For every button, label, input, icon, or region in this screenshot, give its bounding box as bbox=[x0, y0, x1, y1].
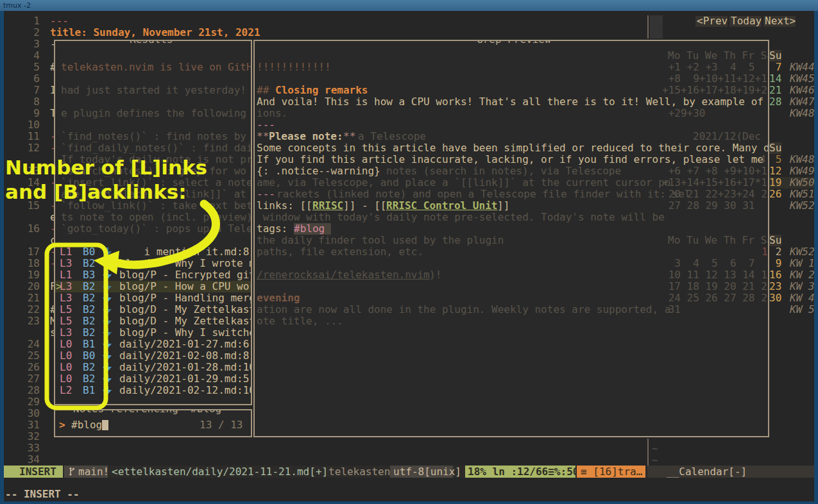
calendar-sunday-date[interactable]: 5 bbox=[769, 154, 781, 165]
tilde-empty-line: ~ bbox=[652, 443, 658, 455]
statusline-text: main! bbox=[78, 466, 109, 478]
preview-text: +13+14+15+16+17*18 bbox=[662, 177, 769, 189]
calendar-nav-label[interactable]: Today bbox=[731, 15, 762, 27]
calendar-week-number: KW52 bbox=[790, 246, 814, 258]
line-number: 29 bbox=[21, 396, 40, 408]
preview-text: If you find this article inaccurate, lac… bbox=[257, 154, 769, 165]
result-title: blog/P - How a CPU wor bbox=[119, 281, 252, 292]
calendar-sunday-date[interactable]: 16 bbox=[769, 269, 781, 281]
results-title: Results bbox=[126, 40, 176, 46]
statusline-text: <ettelkasten/daily/2021-11-21.md[+] bbox=[112, 466, 328, 478]
result-title: daily/2021-01-28.md:10 bbox=[119, 362, 252, 373]
calendar-sunday-date[interactable]: 12 bbox=[769, 165, 781, 177]
line-number: 13 bbox=[21, 165, 40, 177]
down-arrow-icon bbox=[103, 270, 112, 280]
calendar-sunday-date[interactable]: 23 bbox=[769, 281, 781, 292]
backlinks-count: B2 bbox=[83, 362, 95, 373]
line-number: 6 bbox=[21, 73, 40, 85]
backlinks-count: B2 bbox=[83, 327, 95, 339]
line-number: 1 bbox=[21, 15, 40, 27]
line-number: 11 bbox=[21, 131, 40, 142]
statusline-text: __Calendar[-] bbox=[667, 466, 747, 478]
line-number: 18 bbox=[21, 258, 40, 269]
line-number: 33 bbox=[21, 442, 40, 454]
links-count: L2 bbox=[60, 385, 72, 396]
backlinks-count: B2 bbox=[83, 258, 95, 269]
down-arrow-icon bbox=[103, 362, 112, 373]
links-count: L3 bbox=[60, 281, 72, 292]
links-count: L0 bbox=[60, 339, 72, 350]
line-number: 22 bbox=[21, 304, 40, 315]
git-branch-icon bbox=[68, 467, 76, 476]
calendar-week-number: KW 2 bbox=[790, 269, 814, 281]
preview-text: --- bbox=[257, 189, 275, 200]
buffer-bleed-text: `insert_link()` : select a note by bbox=[61, 177, 252, 189]
calendar-sunday-date[interactable]: 28 bbox=[769, 96, 781, 108]
result-title: blog/D - My Zettelkast bbox=[119, 315, 252, 327]
preview-text: ame, via Telescope, and place a `[[link]… bbox=[257, 177, 670, 189]
backlinks-count: B0 bbox=[83, 350, 95, 362]
backlinks-count: B2 bbox=[83, 304, 95, 315]
calendar-sunday-header[interactable]: Su bbox=[769, 142, 781, 154]
prompt-caret: > bbox=[59, 419, 65, 431]
calendar-week-number: KW45 bbox=[790, 73, 814, 85]
result-title: i mention it.md:8: bbox=[119, 246, 252, 258]
prompt-title: Notes referencing `#blog` bbox=[69, 409, 232, 415]
calendar-sunday-date[interactable]: 30 bbox=[769, 292, 781, 304]
calendar-week-number: KW49 bbox=[790, 165, 814, 177]
preview-text: the daily finder tool used by the plugin bbox=[257, 235, 504, 246]
calendar-sunday-date[interactable]: 7 bbox=[769, 62, 781, 73]
links-count: L0 bbox=[60, 350, 72, 362]
backlinks-count: B2 bbox=[83, 292, 95, 304]
statusline-text: INSERT bbox=[19, 466, 56, 478]
line-number: 2 bbox=[21, 27, 40, 38]
preview-text: And voila! This is how a CPU works! That… bbox=[257, 96, 769, 108]
preview-text: ## bbox=[257, 85, 269, 96]
result-count: 13 / 13 bbox=[200, 419, 243, 431]
preview-text: 1 bbox=[762, 246, 768, 258]
calendar-sunday-date[interactable]: 26 bbox=[769, 189, 781, 200]
calendar-nav-label[interactable]: <Prev bbox=[697, 15, 728, 27]
note-link[interactable]: RRISC Control Unit bbox=[386, 200, 497, 212]
calendar-sunday-date[interactable]: 21 bbox=[769, 85, 781, 96]
preview-text: ation are now all done in the plugin. We… bbox=[257, 304, 670, 315]
links-count: L3 bbox=[60, 258, 72, 269]
preview-text: a Telescope bbox=[358, 131, 426, 142]
calendar-week-number: KW47 bbox=[790, 96, 814, 108]
calendar-sunday-header[interactable]: Su bbox=[769, 235, 781, 246]
search-input[interactable]: #blog bbox=[71, 419, 102, 431]
preview-text: 24 25 26 27 28 29 bbox=[662, 292, 769, 304]
calendar-week-number: KW46 bbox=[790, 85, 814, 96]
backlinks-count: B3 bbox=[83, 269, 95, 281]
line-number: 17 bbox=[21, 246, 40, 258]
note-link[interactable]: RRISC bbox=[312, 200, 343, 212]
buffer-bleed-text: `goto_today()` : pops up a Telesco bbox=[61, 223, 252, 235]
buffer-text: --- bbox=[50, 15, 69, 27]
calendar-sunday-date[interactable]: 19 bbox=[769, 177, 781, 189]
down-arrow-icon bbox=[103, 247, 112, 257]
calendar-sunday-date[interactable]: 14 bbox=[769, 73, 781, 85]
statusline-segment: __Calendar[-] bbox=[647, 466, 814, 478]
preview-text: +8 9+10+11+12+13 bbox=[662, 73, 769, 85]
window-title: tmux -2 bbox=[3, 1, 31, 10]
window-separator-bottom bbox=[647, 439, 649, 466]
calendar-sunday-date[interactable]: 9 bbox=[769, 258, 781, 269]
links-count: L0 bbox=[60, 373, 72, 385]
preview-text: )! bbox=[429, 269, 441, 281]
calendar-sunday-header[interactable]: Su bbox=[769, 50, 781, 62]
result-title: daily/2021-02-12.md:10 bbox=[119, 385, 252, 396]
preview-text: +1 +2 +3 4 5 6 bbox=[662, 62, 769, 73]
result-title: blog/P - Why I switche bbox=[119, 327, 252, 339]
calendar-nav-label[interactable]: Next> bbox=[765, 15, 796, 27]
buffer-bleed-text: `find_notes()` : find notes by fil bbox=[61, 131, 252, 142]
buffer-bleed-text: ame, and place a `[[link]]` at the bbox=[61, 189, 252, 200]
down-arrow-icon bbox=[103, 374, 112, 384]
calendar-sunday-date[interactable]: 2 bbox=[769, 246, 781, 258]
line-number: 25 bbox=[21, 350, 40, 362]
calendar-week-number: KW52 bbox=[790, 200, 814, 212]
preview-text: 17 18 19 20 21 22 bbox=[662, 281, 769, 292]
grep-preview-panel: Grep Preview Mo Tu We Th Fr Sa!!!!!!!!!!… bbox=[253, 40, 769, 437]
preview-text: 20 21 22+23+24 25 bbox=[662, 189, 769, 200]
statusline-segment: main! bbox=[64, 466, 108, 478]
result-title: daily/2021-02-08.md:8: bbox=[119, 350, 252, 362]
